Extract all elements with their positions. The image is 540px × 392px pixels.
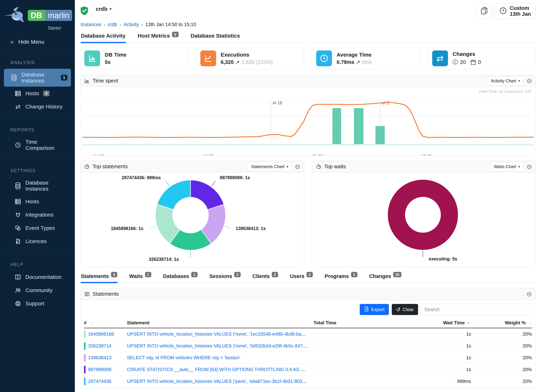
clock-icon: [14, 141, 21, 149]
tab-database-statistics[interactable]: Database Statistics: [190, 33, 240, 43]
tab-changes[interactable]: Changes 20: [369, 273, 402, 283]
hide-menu-label: Hide Menu: [18, 39, 44, 45]
export-icon: [364, 306, 369, 313]
sidebar-item-hosts[interactable]: Hosts 0: [4, 87, 71, 100]
export-button[interactable]: Export: [360, 304, 389, 315]
col-weight[interactable]: Weight %: [505, 320, 526, 325]
activity-chart-select[interactable]: Activity Chart ▾: [487, 76, 523, 85]
export-label: Export: [371, 307, 385, 312]
statement-color-bar: [84, 354, 85, 362]
col-num[interactable]: #: [84, 320, 86, 325]
search-input[interactable]: [421, 304, 532, 315]
col-wait-time[interactable]: Wait Time: [443, 320, 465, 325]
breadcrumb-crdb[interactable]: crdb: [108, 22, 117, 27]
sidebar-item-database-instances-settings[interactable]: Database Instances: [4, 177, 71, 195]
statement-link[interactable]: UPSERT INTO vehicle_location_histories V…: [127, 343, 314, 348]
collapse-panel-icon[interactable]: ⊖: [527, 164, 532, 170]
kpi-value: 5s: [105, 59, 126, 65]
sidebar-section-help: HELP Documentation Community Support: [0, 253, 75, 312]
time-spent-panel: Time spent Activity Chart ▾ ⊖ Peak Time:…: [80, 75, 536, 156]
sidebar-item-label: Hosts: [25, 90, 39, 96]
sidebar-item-database-instances[interactable]: Database Instances 1: [4, 69, 71, 87]
breadcrumb-separator: ›: [104, 22, 105, 27]
time-range-button[interactable]: Custom 13th Jan: [495, 3, 536, 19]
kpi-value: 6,320: [221, 59, 234, 65]
chevron-down-icon: ▾: [110, 7, 111, 11]
trend-up-icon: ↗: [235, 59, 240, 65]
section-title: REPORTS: [0, 123, 75, 136]
sidebar-item-licences[interactable]: Licences: [4, 235, 71, 248]
statement-id-link[interactable]: 887898099: [88, 367, 111, 372]
sidebar-item-integrations[interactable]: Integrations: [4, 208, 71, 221]
tab-host-metrics[interactable]: Host Metrics 0: [137, 33, 179, 43]
tab-sessions[interactable]: Sessions 2: [209, 273, 241, 283]
kpi-executions: Executions 6,320 ↗ 2,830 (123%): [196, 47, 304, 70]
server-icon: [14, 90, 21, 97]
statement-id-link[interactable]: 1845898166: [88, 331, 114, 337]
sidebar-item-time-comparison[interactable]: Time Comparison: [4, 136, 71, 154]
sidebar-item-event-types[interactable]: Event Types: [4, 222, 71, 234]
donut-label: 1845898166: 1s: [111, 226, 143, 231]
statement-link[interactable]: SELECT city, id FROM vehicles WHERE city…: [127, 355, 240, 360]
hide-menu-button[interactable]: « Hide Menu: [0, 32, 75, 51]
sidebar-item-label: Documentation: [25, 274, 62, 280]
sidebar-item-documentation[interactable]: Documentation: [4, 271, 71, 283]
table-row: 1845898166 UPSERT INTO vehicle_location_…: [84, 328, 532, 340]
waits-chart-select[interactable]: Waits Chart ▾: [490, 162, 523, 171]
collapse-panel-icon[interactable]: ⊖: [295, 164, 300, 170]
sidebar-item-hosts-settings[interactable]: Hosts: [4, 195, 71, 208]
copy-link-button[interactable]: [477, 3, 492, 19]
statement-id-link[interactable]: 287474436: [88, 379, 111, 384]
tab-databases[interactable]: Databases 1: [163, 273, 198, 283]
kpi-changes: ⇄ Changes ⓘ 20 0: [428, 47, 536, 70]
statement-id-link[interactable]: 326238714: [88, 343, 111, 349]
tab-users[interactable]: Users 2: [290, 273, 313, 283]
col-statement[interactable]: Statement: [127, 320, 150, 325]
tab-label: Statements: [81, 273, 109, 279]
sidebar-item-change-history[interactable]: ⇄ Change History: [4, 100, 71, 113]
tab-database-activity[interactable]: Database Activity: [80, 33, 126, 43]
tab-label: Sessions: [209, 273, 232, 279]
sidebar-item-label: Database Instances: [25, 180, 67, 192]
sidebar-item-support[interactable]: Support: [4, 297, 71, 310]
kpi-row: DB Time 5s Executions 6,320 ↗ 2,830 (123…: [80, 47, 536, 70]
col-total-time[interactable]: Total Time: [314, 320, 336, 325]
clear-label: Clear: [403, 307, 414, 312]
top-statements-panel: Top statements Statements Chart ▾ ⊖ 8878…: [80, 161, 304, 267]
panel-title: Statements: [93, 291, 119, 297]
collapse-panel-icon[interactable]: ⊖: [527, 78, 532, 84]
statement-color-bar: [84, 366, 85, 373]
tab-waits[interactable]: Waits 1: [129, 273, 151, 283]
kpi-title: Executions: [221, 52, 273, 58]
tab-programs[interactable]: Programs 2: [324, 273, 358, 283]
breadcrumb-separator: ›: [120, 22, 121, 27]
statements-table: # ↓↑ Statement Total Time Wait Time ↑↓ W…: [80, 317, 535, 388]
clear-button[interactable]: ↺ Clear: [392, 304, 418, 315]
tab-statements[interactable]: Statements 5: [80, 273, 118, 283]
chart-select-label: Statements Chart: [251, 164, 285, 169]
database-icon: [14, 182, 21, 189]
collapse-panel-icon[interactable]: ⊖: [527, 291, 532, 297]
statement-link[interactable]: UPSERT INTO vehicle_location_histories V…: [127, 379, 314, 384]
pie-chart-icon: [316, 164, 321, 169]
statement-link[interactable]: UPSERT INTO vehicle_location_histories V…: [127, 331, 314, 337]
statement-link[interactable]: CREATE STATISTICS __auto__ FROM [63] WIT…: [127, 367, 314, 372]
statements-toolbar: Export ↺ Clear: [80, 300, 535, 317]
instance-selector[interactable]: crdb ▾: [91, 3, 116, 15]
sidebar-section-reports: REPORTS Time Comparison: [0, 119, 75, 156]
statement-id-link[interactable]: 139638413: [88, 355, 111, 361]
kpi-title: DB Time: [105, 52, 126, 58]
tab-label: Host Metrics: [138, 33, 170, 39]
sidebar-item-community[interactable]: Community: [4, 284, 71, 297]
weight-value: 20%: [471, 367, 532, 372]
breadcrumb-instances[interactable]: Instances: [80, 22, 101, 27]
breadcrumb-activity[interactable]: Activity: [124, 22, 139, 27]
tab-clients[interactable]: Clients 2: [252, 273, 279, 283]
exchange-arrows-icon: ⇄: [432, 50, 448, 66]
kpi-delta: 0ms: [362, 59, 372, 65]
wait-time-value: 1s: [371, 343, 471, 349]
statements-table-panel: Statements ⊖ Export ↺ Clear: [80, 288, 536, 388]
statements-chart-select[interactable]: Statements Chart ▾: [248, 162, 292, 171]
event-types-icon: [14, 224, 21, 232]
chevron-down-icon: ▾: [287, 165, 288, 169]
